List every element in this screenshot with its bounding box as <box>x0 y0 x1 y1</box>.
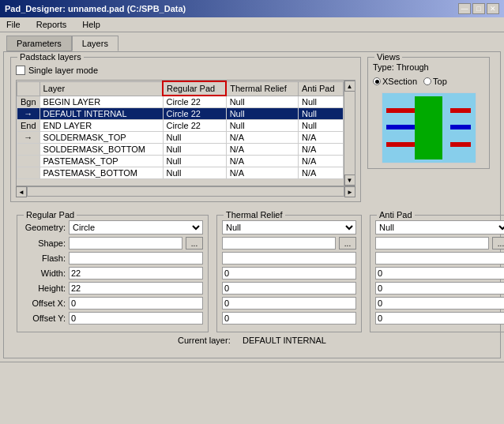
maximize-button[interactable]: □ <box>472 3 485 14</box>
table-row[interactable]: → SOLDERMASK_TOP Null N/A N/A <box>17 132 344 144</box>
regular-pad-height-label: Height: <box>22 283 66 293</box>
views-title: Views <box>374 52 402 62</box>
window-controls: — □ ✕ <box>458 3 499 14</box>
row-thermal-relief: Null <box>226 120 298 132</box>
preview-blue-line-right <box>450 125 471 129</box>
anti-offsetx-row <box>375 297 504 310</box>
preview-green-layer <box>415 96 442 159</box>
right-panel: Views Type: Through XSection Top <box>367 57 494 207</box>
tab-parameters[interactable]: Parameters <box>6 36 72 51</box>
regular-pad-shape-row: Shape: ... <box>22 237 203 250</box>
window-title: Pad_Designer: unnamed.pad (C:/SPB_Data) <box>5 4 186 13</box>
regular-pad-height-row: Height: <box>22 282 203 295</box>
thermal-offsetx-input[interactable] <box>222 297 356 310</box>
menu-bar: File Reports Help <box>0 17 504 32</box>
table-row[interactable]: → DEFAULT INTERNAL Circle 22 Null Null <box>17 108 344 120</box>
radio-xsection-label: XSection <box>382 77 417 86</box>
single-layer-checkbox[interactable] <box>16 66 25 75</box>
scroll-left-button[interactable]: ◄ <box>16 186 27 197</box>
scroll-right-button[interactable]: ► <box>344 186 355 197</box>
scroll-down-button[interactable]: ▼ <box>344 174 355 186</box>
anti-offsety-input[interactable] <box>375 312 504 325</box>
tab-layers[interactable]: Layers <box>72 36 118 51</box>
table-row[interactable]: SOLDERMASK_BOTTOM Null N/A N/A <box>17 144 344 156</box>
row-regular-pad: Null <box>163 156 226 167</box>
menu-reports[interactable]: Reports <box>33 19 70 30</box>
row-anti-pad: Null <box>298 108 343 120</box>
preview-red-line-top-right <box>450 108 471 113</box>
anti-flash-input[interactable] <box>375 252 504 265</box>
regular-pad-flash-input[interactable] <box>69 252 203 265</box>
row-prefix: → <box>17 108 40 120</box>
padstack-layers-title: Padstack layers <box>17 52 84 62</box>
scroll-up-button[interactable]: ▲ <box>344 81 355 92</box>
row-regular-pad: Circle 22 <box>163 120 226 132</box>
regular-pad-shape-input[interactable] <box>69 237 182 250</box>
row-layer-name: BEGIN LAYER <box>39 96 163 108</box>
anti-offsetx-input[interactable] <box>375 297 504 310</box>
row-prefix: → <box>17 132 40 144</box>
col-regular-pad-header: Regular Pad <box>163 81 226 96</box>
thermal-offsetx-row <box>222 297 356 310</box>
thermal-height-row <box>222 282 356 295</box>
preview-red-line-top-left <box>386 108 414 113</box>
three-column-layout: Regular Pad Geometry: Circle Shape: ... … <box>17 215 487 332</box>
anti-width-input[interactable] <box>375 267 504 280</box>
regular-pad-height-input[interactable] <box>69 282 203 295</box>
row-layer-name: PASTEMASK_BOTTOM <box>39 167 163 179</box>
row-layer-name: END LAYER <box>39 120 163 132</box>
anti-flash-row <box>375 252 504 265</box>
preview-red-line-bot-left <box>386 142 414 147</box>
regular-pad-shape-btn[interactable]: ... <box>186 237 203 250</box>
regular-pad-offsety-label: Offset Y: <box>22 313 66 323</box>
row-anti-pad: N/A <box>298 167 343 179</box>
row-thermal-relief: Null <box>226 108 298 120</box>
preview-blue-line-left <box>386 125 414 129</box>
row-layer-name: SOLDERMASK_TOP <box>39 132 163 144</box>
radio-xsection[interactable]: XSection <box>373 77 417 86</box>
table-row[interactable]: PASTEMASK_BOTTOM Null N/A N/A <box>17 167 344 179</box>
anti-height-input[interactable] <box>375 282 504 295</box>
thermal-flash-input[interactable] <box>222 252 356 265</box>
anti-shape-input[interactable] <box>375 237 489 250</box>
table-row[interactable]: PASTEMASK_TOP Null N/A N/A <box>17 156 344 167</box>
col-thermal-header: Thermal Relief <box>226 81 298 96</box>
vertical-scrollbar[interactable]: ▲ ▼ <box>344 81 355 186</box>
current-layer-value: DEFAULT INTERNAL <box>243 336 326 345</box>
radio-top[interactable]: Top <box>423 77 447 86</box>
anti-shape-btn[interactable]: ... <box>492 237 504 250</box>
menu-help[interactable]: Help <box>79 19 103 30</box>
menu-file[interactable]: File <box>3 19 24 30</box>
regular-pad-col: Regular Pad Geometry: Circle Shape: ... … <box>17 215 209 332</box>
close-button[interactable]: ✕ <box>487 3 499 14</box>
table-row[interactable]: End END LAYER Circle 22 Null Null <box>17 120 344 132</box>
row-anti-pad: Null <box>298 96 343 108</box>
scroll-track[interactable] <box>344 92 355 174</box>
regular-pad-width-input[interactable] <box>69 267 203 280</box>
thermal-geometry-select[interactable]: Null <box>222 220 356 235</box>
minimize-button[interactable]: — <box>458 3 471 14</box>
left-panel: Padstack layers Single layer mode Layer <box>10 57 361 207</box>
regular-pad-offsety-input[interactable] <box>69 312 203 325</box>
thermal-height-input[interactable] <box>222 282 356 295</box>
padstack-layers-group: Padstack layers Single layer mode Layer <box>10 57 361 202</box>
thermal-width-input[interactable] <box>222 267 356 280</box>
thermal-shape-input[interactable] <box>222 237 336 250</box>
horizontal-scrollbar: ◄ ► <box>16 186 355 197</box>
row-thermal-relief: N/A <box>226 144 298 156</box>
regular-pad-geometry-select[interactable]: Circle <box>69 220 203 235</box>
row-thermal-relief: Null <box>226 96 298 108</box>
title-bar: Pad_Designer: unnamed.pad (C:/SPB_Data) … <box>0 0 504 17</box>
views-type-value: Through <box>397 62 429 72</box>
table-row[interactable]: Bgn BEGIN LAYER Circle 22 Null Null <box>17 96 344 108</box>
thermal-offsety-input[interactable] <box>222 312 356 325</box>
scroll-h-track[interactable] <box>27 186 344 197</box>
anti-geometry-select[interactable]: Null <box>375 220 504 235</box>
regular-pad-offsetx-input[interactable] <box>69 297 203 310</box>
regular-pad-flash-row: Flash: <box>22 252 203 265</box>
row-anti-pad: N/A <box>298 144 343 156</box>
row-layer-name: DEFAULT INTERNAL <box>39 108 163 120</box>
single-layer-row: Single layer mode <box>16 66 355 75</box>
thermal-shape-btn[interactable]: ... <box>339 237 356 250</box>
anti-pad-title: Anti Pad <box>377 210 415 220</box>
